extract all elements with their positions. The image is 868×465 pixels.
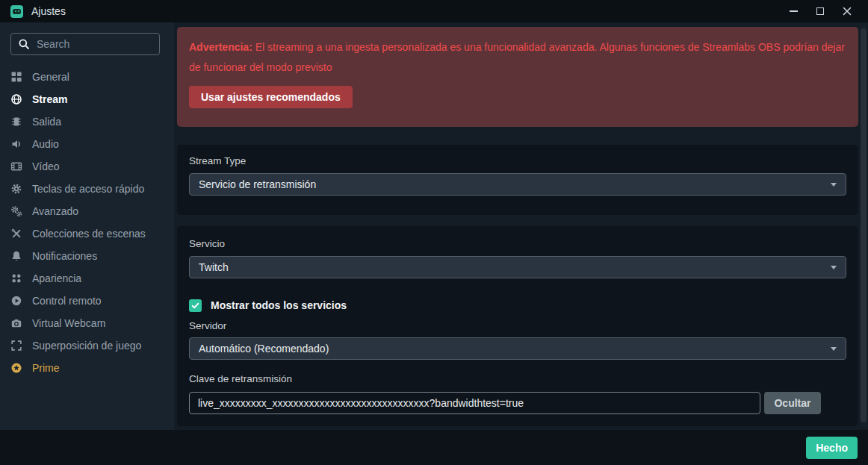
expand-icon <box>10 340 22 352</box>
sidebar-item-label: Salida <box>32 116 61 128</box>
bell-icon <box>10 250 22 262</box>
sidebar-item-virtual-webcam[interactable]: Virtual Webcam <box>0 312 174 334</box>
warning-message: El streaming a una ingesta personalizada… <box>189 41 845 73</box>
sidebar-item-label: Vídeo <box>32 160 60 172</box>
sidebar-nav: General Stream Salida Audio Vídeo <box>0 66 174 379</box>
sidebar-item-general[interactable]: General <box>0 66 174 88</box>
app-logo-icon <box>10 5 23 18</box>
sidebar-item-video[interactable]: Vídeo <box>0 155 174 178</box>
window-controls <box>783 2 858 20</box>
search-input[interactable] <box>10 33 160 55</box>
gear-icon <box>10 183 22 195</box>
sidebar-item-label: Avanzado <box>32 205 78 217</box>
close-button[interactable] <box>837 2 858 20</box>
stream-type-value: Servicio de retransmisión <box>199 178 316 190</box>
chevron-down-icon <box>831 183 837 187</box>
tools-icon <box>10 228 22 240</box>
server-select[interactable]: Automático (Recomendado) <box>189 337 846 360</box>
sidebar-item-audio[interactable]: Audio <box>0 133 174 155</box>
show-all-services-checkbox-row[interactable]: Mostrar todos los servicios <box>189 299 846 312</box>
search-box <box>10 33 164 55</box>
stream-key-input[interactable] <box>189 392 760 414</box>
maximize-button[interactable] <box>810 2 831 20</box>
show-all-services-label: Mostrar todos los servicios <box>211 299 347 311</box>
sidebar-item-salida[interactable]: Salida <box>0 110 174 133</box>
done-button[interactable]: Hecho <box>806 437 858 459</box>
sidebar-item-label: Superposición de juego <box>32 340 141 352</box>
sidebar-item-superposicion[interactable]: Superposición de juego <box>0 334 174 357</box>
sidebar-item-stream[interactable]: Stream <box>0 88 174 110</box>
sidebar-item-label: Apariencia <box>32 272 81 284</box>
chevron-down-icon <box>831 266 837 269</box>
stream-type-label: Stream Type <box>189 155 846 167</box>
chevron-down-icon <box>831 347 837 351</box>
server-value: Automático (Recomendado) <box>199 343 329 355</box>
sidebar-item-avanzado[interactable]: Avanzado <box>0 200 174 222</box>
sidebar-item-hotkeys[interactable]: Teclas de acceso rápido <box>0 178 174 200</box>
service-section: Servicio Twitch Mostrar todos los servic… <box>177 226 858 426</box>
sidebar-item-label: Teclas de acceso rápido <box>32 183 144 195</box>
film-icon <box>10 160 22 172</box>
service-select[interactable]: Twitch <box>189 256 846 278</box>
gears-icon <box>10 205 22 217</box>
service-value: Twitch <box>199 261 229 273</box>
star-icon <box>10 362 22 374</box>
sidebar-item-label: Notificaciones <box>32 250 97 262</box>
sidebar-item-apariencia[interactable]: Apariencia <box>0 267 174 290</box>
minimize-button[interactable] <box>783 2 804 20</box>
sidebar-item-label: Audio <box>32 138 59 150</box>
custom-ingest-warning: Advertencia: El streaming a una ingesta … <box>177 27 858 127</box>
scrollbar-thumb[interactable] <box>861 28 867 422</box>
close-icon <box>843 7 852 16</box>
footer-bar: Hecho <box>0 430 868 465</box>
stream-key-row: Ocultar <box>189 392 846 414</box>
settings-sidebar: General Stream Salida Audio Vídeo <box>0 22 174 430</box>
service-label: Servicio <box>189 238 846 250</box>
stream-key-label: Clave de retransmisión <box>189 373 846 385</box>
minimize-icon <box>790 10 798 12</box>
sidebar-item-label: General <box>32 71 69 83</box>
checkbox-checked-icon[interactable] <box>189 299 202 312</box>
warning-bold-prefix: Advertencia: <box>189 41 252 53</box>
stream-type-section: Stream Type Servicio de retransmisión <box>177 145 858 215</box>
sidebar-item-notificaciones[interactable]: Notificaciones <box>0 245 174 267</box>
settings-content: Advertencia: El streaming a una ingesta … <box>174 22 868 430</box>
stream-type-select[interactable]: Servicio de retransmisión <box>189 173 846 196</box>
play-circle-icon <box>10 295 22 307</box>
speaker-icon <box>10 138 22 150</box>
chip-icon <box>10 116 22 128</box>
camera-icon <box>10 317 22 329</box>
maximize-icon <box>816 7 824 15</box>
sidebar-item-label: Virtual Webcam <box>32 317 105 329</box>
window-title: Ajustes <box>31 5 66 17</box>
sidebar-item-label: Colecciones de escenas <box>32 228 146 240</box>
search-icon <box>18 38 30 50</box>
dots-icon <box>10 272 22 284</box>
title-bar: Ajustes <box>0 0 868 22</box>
globe-icon <box>10 93 22 105</box>
sidebar-item-label: Prime <box>32 362 60 374</box>
grid-icon <box>10 71 22 83</box>
use-recommended-settings-button[interactable]: Usar ajustes recomendados <box>189 86 353 108</box>
sidebar-item-prime[interactable]: Prime <box>0 357 174 379</box>
sidebar-item-colecciones[interactable]: Colecciones de escenas <box>0 222 174 245</box>
sidebar-item-label: Stream <box>32 93 67 105</box>
sidebar-item-label: Control remoto <box>32 295 102 307</box>
server-label: Servidor <box>189 320 846 332</box>
hide-key-button[interactable]: Ocultar <box>764 392 821 414</box>
warning-text: Advertencia: El streaming a una ingesta … <box>189 37 846 78</box>
sidebar-item-control-remoto[interactable]: Control remoto <box>0 290 174 312</box>
scrollbar-track[interactable] <box>861 24 867 428</box>
